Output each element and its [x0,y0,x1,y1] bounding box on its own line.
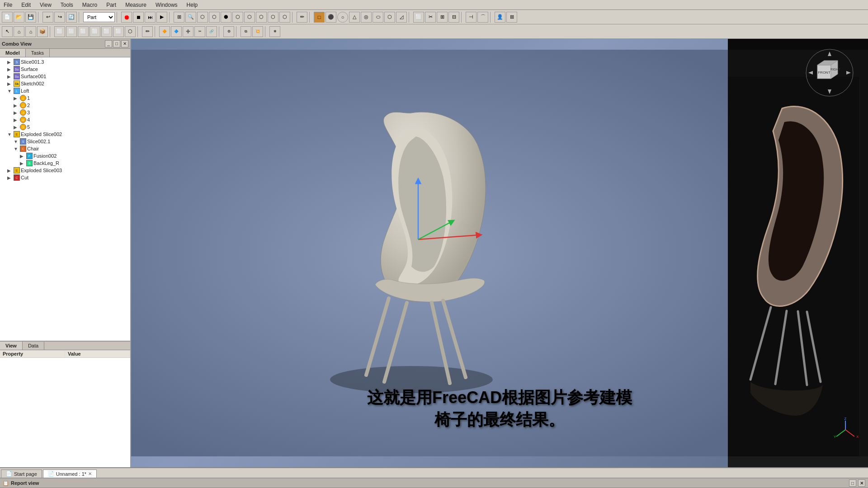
tree-item-slice001_3[interactable]: ▶ S Slice001.3 [7,58,129,66]
menu-file[interactable]: File [2,1,14,9]
sphere-button[interactable]: ○ [337,12,348,23]
part-btn2[interactable]: 🔷 [171,26,182,37]
menu-measure[interactable]: Measure [123,1,148,9]
report-close-btn[interactable]: ✕ [858,479,865,487]
menu-macro[interactable]: Macro [80,1,99,9]
combo-minimize[interactable]: _ [105,40,112,47]
prop-tab-data[interactable]: Data [23,342,44,350]
tree-item-chair[interactable]: ▼ C Chair [14,145,129,152]
svg-line-27 [845,430,854,436]
menu-part[interactable]: Part [104,1,118,9]
menu-edit[interactable]: Edit [19,1,33,9]
view10-button[interactable]: ⬡ [279,12,290,23]
undo-button[interactable]: ↩ [42,12,53,23]
pointer-button[interactable]: ↖ [2,26,13,37]
user-button[interactable]: 👤 [495,12,505,23]
view8-button[interactable]: ⬡ [256,12,267,23]
macro-button[interactable]: ⏭ [145,12,156,23]
torus-button[interactable]: ◎ [361,12,372,23]
run-button[interactable]: ▶ [156,12,167,23]
tree-item-surface001[interactable]: ▶ Su Surface001 [7,73,129,80]
tab-model[interactable]: Model [0,49,26,57]
wedge-button[interactable]: ◿ [396,12,407,23]
zoom-sel-button[interactable]: 🔍 [185,12,196,23]
part-btn4[interactable]: ✂ [194,26,205,37]
tree-item-exploded-slice003[interactable]: ▶ E Exploded Slice003 [7,167,129,174]
view-bottom[interactable]: ⬜ [113,26,124,37]
viewport[interactable]: FRONT RIGHT Z X Y 这就是用FreeCAD根据图片参考建模 椅子 [131,39,868,467]
tree-item-loft-3[interactable]: ▶ 3 3 [14,109,129,116]
fillet-button[interactable]: ⌒ [477,12,488,23]
view9-button[interactable]: ⬡ [268,12,278,23]
place-btn[interactable]: ⧉ [241,26,251,37]
view7-button[interactable]: ⬡ [244,12,255,23]
tree-item-backleg-r[interactable]: ▶ B BackLeg_R [20,160,129,167]
tree-item-loft-5[interactable]: ▶ 5 5 [14,123,129,131]
combo-close[interactable]: ✕ [121,40,128,47]
prism-button[interactable]: ⬡ [384,12,395,23]
view6-button[interactable]: ⬡ [232,12,243,23]
menu-view[interactable]: View [38,1,53,9]
tree-item-exploded-slice002[interactable]: ▼ E Exploded Slice002 [7,131,129,138]
page-tab-start[interactable]: 📄 Start page [1,469,42,478]
tree-item-loft-2[interactable]: ▶ 2 2 [14,102,129,109]
new-button[interactable]: 📄 [2,12,13,23]
page-tab-unnamed[interactable]: 📄 Unnamed : 1* ✕ [43,469,97,478]
view-back[interactable]: ⬜ [66,26,77,37]
mirror-button[interactable]: ⊣ [466,12,476,23]
view5-button[interactable]: ⬢ [221,12,231,23]
snap-button[interactable]: ✏ [297,12,307,23]
view-iso[interactable]: ⬡ [125,26,136,37]
record-button[interactable]: ⏺ [121,12,132,23]
view3-button[interactable]: ⬡ [197,12,208,23]
part-btn3[interactable]: ➕ [183,26,193,37]
tree-item-loft[interactable]: ▼ L Loft [7,87,129,94]
sketch-btn[interactable]: ✏ [142,26,153,37]
tab-tasks[interactable]: Tasks [26,49,50,57]
cone-button[interactable]: △ [349,12,360,23]
zoom-fit-button[interactable]: ⊞ [174,12,184,23]
tree-item-fusion002[interactable]: ▶ F Fusion002 [20,152,129,160]
report-float-btn[interactable]: □ [849,479,856,487]
save-button[interactable]: 💾 [25,12,36,23]
cut-button[interactable]: ✂ [425,12,436,23]
freeze-btn[interactable]: ❄ [269,26,280,37]
grid-button[interactable]: ⊞ [506,12,517,23]
prop-tab-view[interactable]: View [0,342,23,350]
common-button[interactable]: ⊟ [448,12,459,23]
tube-button[interactable]: ⬭ [373,12,383,23]
view-home[interactable]: ⌂ [14,26,24,37]
view-home2[interactable]: ⌂ [25,26,36,37]
part-btn1[interactable]: 🔶 [159,26,170,37]
tree-item-surface[interactable]: ▶ Su Surface [7,66,129,73]
view-right[interactable]: ⬜ [90,26,100,37]
view4-button[interactable]: ⬡ [209,12,220,23]
view-btn1[interactable]: ⚙ [223,26,234,37]
box-button[interactable]: □ [314,12,325,23]
workbench-dropdown[interactable]: Part [83,12,115,22]
part-btn5[interactable]: 🔗 [206,26,217,37]
menu-tools[interactable]: Tools [59,1,75,9]
menu-help[interactable]: Help [185,1,200,9]
menu-windows[interactable]: Windows [154,1,179,9]
perspective[interactable]: 📦 [37,26,48,37]
view-front[interactable]: ⬜ [54,26,65,37]
view-top[interactable]: ⬜ [101,26,112,37]
explode-btn[interactable]: 💥 [252,26,263,37]
tree-item-sketch002[interactable]: ▶ Sk Sketch002 [7,80,129,87]
stop-button[interactable]: ⏹ [133,12,144,23]
combo-float[interactable]: □ [113,40,120,47]
open-button[interactable]: 📂 [14,12,24,23]
redo-button[interactable]: ↪ [54,12,65,23]
navigation-cube[interactable]: FRONT RIGHT [805,48,850,93]
tab-close-button[interactable]: ✕ [88,471,92,476]
cyl-button[interactable]: ⚫ [326,12,336,23]
tree-item-slice002-1[interactable]: ▼ S Slice002.1 [14,138,129,145]
tree-item-cut[interactable]: ▶ C Cut [7,174,129,181]
refresh-button[interactable]: 🔄 [66,12,77,23]
fuse-button[interactable]: ⊞ [437,12,448,23]
tree-item-loft-1[interactable]: ▶ 1 1 [14,94,129,102]
tree-item-loft-4[interactable]: ▶ 4 4 [14,116,129,123]
bool-button[interactable]: ⬜ [413,12,424,23]
view-left[interactable]: ⬜ [78,26,89,37]
